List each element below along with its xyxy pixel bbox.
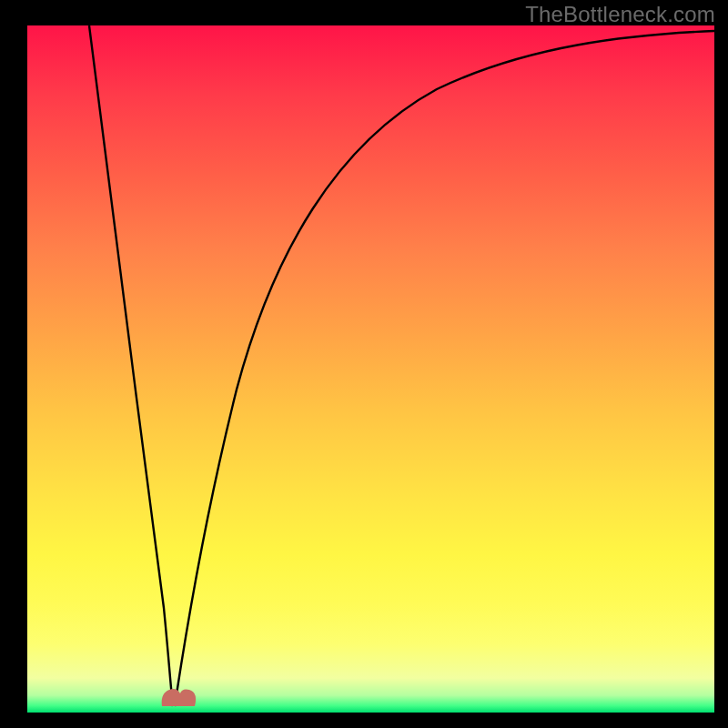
curve-layer — [27, 25, 714, 713]
attribution-label: TheBottleneck.com — [525, 2, 715, 27]
curve-left-branch — [89, 25, 173, 706]
curve-right-branch — [175, 31, 714, 706]
plot-area — [27, 25, 714, 713]
chart-stage: TheBottleneck.com — [0, 0, 728, 728]
vertex-bump-icon — [162, 689, 196, 706]
